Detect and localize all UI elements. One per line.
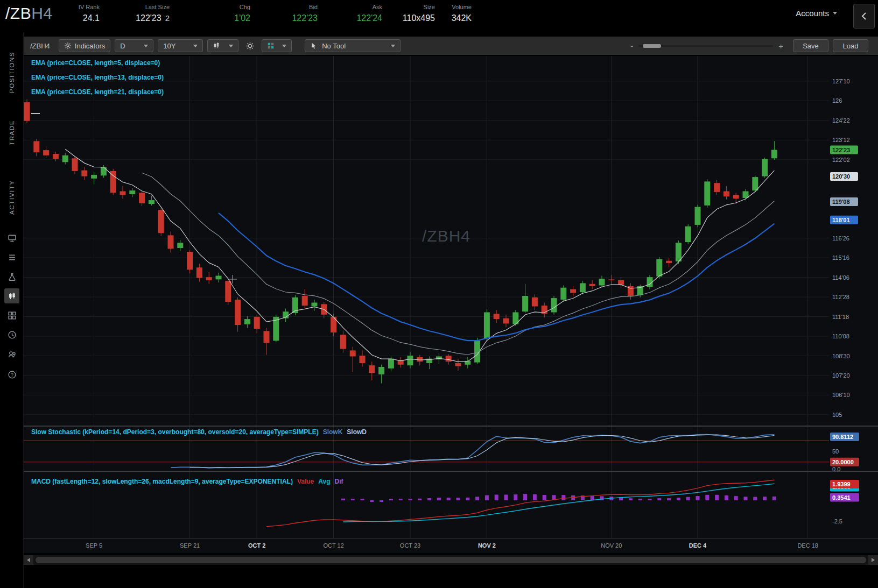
svg-text:127'10: 127'10	[832, 78, 850, 84]
svg-text:0.3541: 0.3541	[832, 494, 851, 501]
svg-text:120'30: 120'30	[832, 173, 850, 180]
svg-text:107'20: 107'20	[832, 372, 850, 379]
svg-text:106'10: 106'10	[832, 392, 850, 398]
zoom-out-button[interactable]: -	[630, 41, 633, 51]
svg-text:122'23: 122'23	[832, 147, 850, 153]
flask-icon[interactable]	[4, 269, 19, 284]
stat-last-size: Last Size 122'232	[110, 4, 170, 23]
ema21-legend[interactable]: EMA (price=CLOSE, length=21, displace=0)	[31, 88, 164, 96]
svg-text:111'18: 111'18	[832, 314, 849, 320]
load-button[interactable]: Load	[833, 39, 868, 52]
help-icon[interactable]: ?	[4, 367, 19, 382]
drawing-tool-dropdown[interactable]: No Tool	[305, 39, 401, 52]
svg-text:90.8112: 90.8112	[832, 434, 853, 440]
stat-size: Size 110x495	[383, 4, 435, 23]
svg-text:105: 105	[832, 412, 842, 418]
sidebar-tab-trade[interactable]: TRADE	[0, 113, 24, 152]
svg-text:OCT 23: OCT 23	[400, 542, 420, 549]
monitor-icon[interactable]	[4, 230, 19, 245]
svg-text:DEC 18: DEC 18	[797, 542, 818, 549]
svg-text:-2.5: -2.5	[832, 518, 842, 525]
chevron-down-icon	[144, 45, 148, 47]
indicators-button[interactable]: Indicators	[59, 39, 110, 52]
svg-text:DEC 4: DEC 4	[689, 542, 707, 549]
chart-toolbar: /ZBH4 Indicators D 10Y No Tool	[24, 37, 878, 55]
left-sidebar: POSITIONS TRADE ACTIVITY ?	[0, 32, 24, 588]
save-button[interactable]: Save	[793, 39, 828, 52]
ema13-legend[interactable]: EMA (price=CLOSE, length=13, displace=0)	[31, 74, 164, 81]
toolbar-symbol: /ZBH4	[30, 42, 50, 50]
svg-text:114'06: 114'06	[832, 274, 849, 281]
chevron-down-icon	[833, 12, 837, 15]
price-axis[interactable]: 127'10126124'22123'12122'02116'26115'161…	[830, 78, 859, 525]
svg-text:50: 50	[832, 448, 839, 455]
svg-text:122'02: 122'02	[832, 157, 850, 163]
bottom-strip	[24, 565, 878, 588]
symbol-contract: H4	[31, 4, 52, 22]
candle-chart-icon	[213, 42, 220, 49]
cursor-icon	[310, 42, 318, 49]
time-axis[interactable]: SEP 5SEP 21OCT 2OCT 12OCT 23NOV 2NOV 20D…	[86, 542, 818, 549]
sidebar-tab-activity[interactable]: ACTIVITY	[0, 173, 24, 222]
axis-divider	[24, 538, 878, 539]
svg-text:126: 126	[832, 97, 842, 104]
macd-histogram	[341, 494, 776, 502]
stat-bid: Bid 122'23	[261, 4, 318, 23]
accounts-menu[interactable]: Accounts	[796, 9, 837, 18]
symbol-root: /ZB	[5, 4, 31, 22]
chevron-down-icon	[193, 45, 198, 47]
stat-ask: Ask 122'24	[326, 4, 382, 23]
dashboard-icon[interactable]	[4, 308, 19, 323]
chart-settings-button[interactable]	[243, 39, 257, 52]
zoom-control: - +	[630, 41, 783, 51]
svg-text:123'12: 123'12	[832, 137, 850, 143]
gear-icon	[245, 41, 255, 51]
ema5-legend[interactable]: EMA (price=CLOSE, length=5, displace=0)	[31, 59, 160, 67]
svg-text:119'08: 119'08	[832, 199, 850, 205]
scrollbar-thumb[interactable]	[36, 557, 866, 563]
svg-text:110'08: 110'08	[832, 333, 849, 339]
svg-text:112'28: 112'28	[832, 294, 849, 300]
clock-icon[interactable]	[4, 327, 19, 342]
stat-volume: Volume 342K	[439, 4, 472, 23]
people-icon[interactable]	[4, 346, 19, 362]
zoom-slider[interactable]	[638, 45, 773, 47]
svg-text:124'22: 124'22	[832, 117, 850, 124]
chart-type-dropdown[interactable]	[207, 39, 238, 52]
zoom-in-button[interactable]: +	[778, 41, 783, 51]
slowd-line	[190, 435, 775, 467]
chevron-down-icon	[282, 45, 286, 47]
panel-divider	[24, 426, 878, 427]
chart-icon[interactable]	[4, 288, 19, 303]
ema5-line	[65, 149, 774, 362]
svg-text:115'16: 115'16	[832, 254, 849, 261]
macd-legend[interactable]: MACD (fastLength=12, slowLength=26, macd…	[31, 478, 343, 485]
quote-header: /ZBH4 IV Rank 24.1 Last Size 122'232 Chg…	[0, 0, 878, 32]
triangle-right-icon	[872, 558, 875, 562]
svg-text:SEP 21: SEP 21	[180, 542, 200, 549]
scroll-left-button[interactable]	[24, 555, 33, 565]
macd-avg-line	[343, 484, 774, 522]
grid-icon	[267, 42, 275, 49]
chevron-down-icon	[391, 45, 395, 47]
range-dropdown[interactable]: 10Y	[158, 39, 203, 52]
svg-text:NOV 2: NOV 2	[478, 542, 496, 549]
timeframe-dropdown[interactable]: D	[115, 39, 153, 52]
svg-text:1.9399: 1.9399	[832, 481, 851, 487]
chart-window: /ZBH4 Indicators D 10Y No Tool	[24, 32, 878, 588]
symbol-title: /ZBH4	[5, 4, 53, 23]
chart-watermark: /ZBH4	[357, 227, 535, 245]
horizontal-scrollbar[interactable]	[24, 555, 878, 565]
scroll-right-button[interactable]	[868, 555, 878, 565]
stochastic-legend[interactable]: Slow Stochastic (kPeriod=14, dPeriod=3, …	[31, 428, 367, 436]
watchlist-icon[interactable]	[4, 250, 19, 265]
svg-text:20.0000: 20.0000	[832, 459, 854, 465]
grid-layout-dropdown[interactable]	[262, 39, 292, 52]
svg-text:116'26: 116'26	[832, 235, 849, 242]
collapse-panel-button[interactable]	[853, 4, 875, 29]
sidebar-tab-positions[interactable]: POSITIONS	[0, 45, 24, 99]
zoom-slider-handle[interactable]	[643, 44, 661, 48]
macd-value-line	[266, 480, 774, 526]
svg-text:OCT 12: OCT 12	[323, 542, 343, 549]
svg-text:108'30: 108'30	[832, 353, 850, 359]
